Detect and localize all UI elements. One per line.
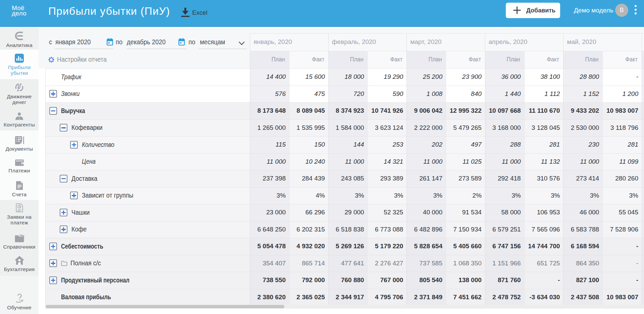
svg-text:₽: ₽ bbox=[17, 85, 21, 90]
svg-text:S: S bbox=[18, 205, 21, 209]
